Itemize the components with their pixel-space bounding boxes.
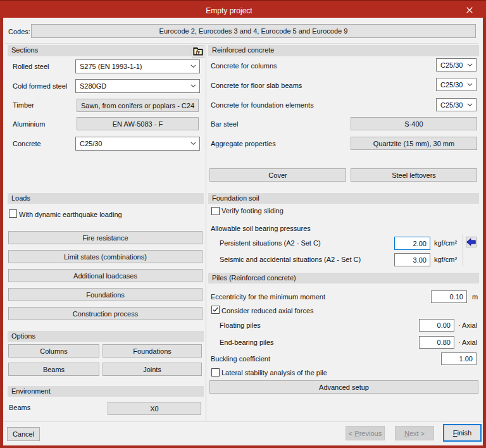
svg-text:fy: fy — [196, 49, 201, 55]
